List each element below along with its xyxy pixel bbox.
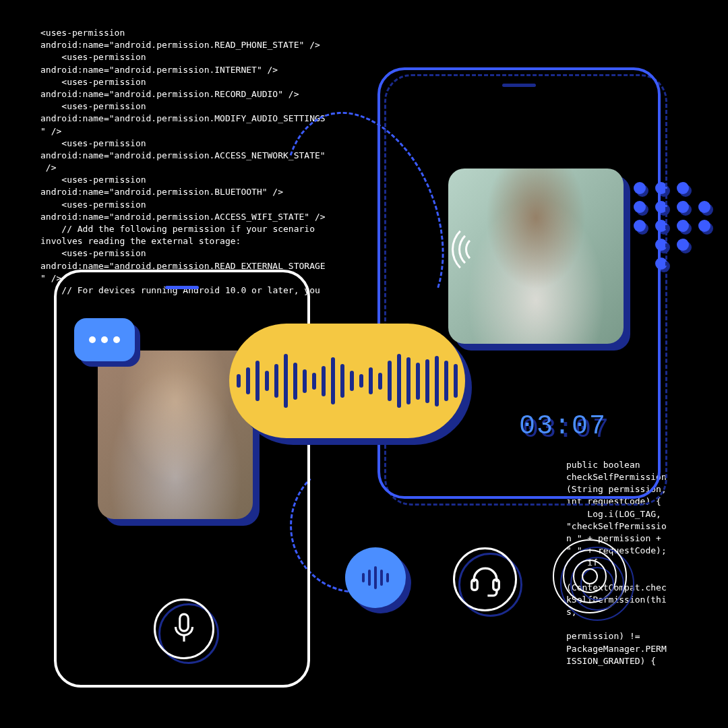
- microphone-button[interactable]: [154, 599, 214, 659]
- audio-waveform[interactable]: [229, 324, 465, 438]
- headset-button[interactable]: [453, 547, 517, 611]
- svg-rect-0: [180, 614, 189, 631]
- microphone-icon: [171, 612, 197, 646]
- typing-indicator-icon: [74, 318, 135, 361]
- call-timer: 03:07: [519, 411, 607, 442]
- fingerprint-icon: [553, 539, 634, 620]
- headset-icon: [467, 562, 504, 598]
- audio-indicator-icon[interactable]: [345, 547, 406, 608]
